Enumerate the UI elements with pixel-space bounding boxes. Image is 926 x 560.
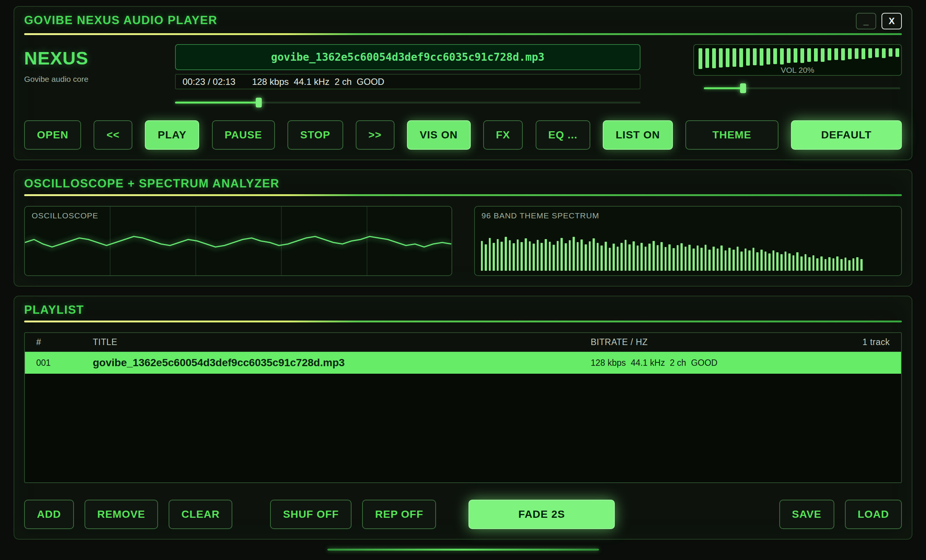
time-display: 00:23 / 02:13 (183, 77, 235, 87)
spec-bar (808, 257, 811, 271)
spec-bar (637, 245, 639, 271)
vu-bar (834, 48, 838, 60)
spec-bar (557, 241, 559, 271)
volume-thumb[interactable] (740, 83, 746, 93)
spec-bar (660, 242, 663, 271)
spec-bar (748, 250, 751, 271)
track-info-strip: 00:23 / 02:13 128 kbps 44.1 kHz 2 ch GOO… (175, 74, 640, 89)
spec-bar (685, 247, 687, 271)
spec-bar (733, 250, 735, 271)
prev-button[interactable]: << (94, 120, 132, 150)
oscilloscope-label: OSCILLOSCOPE (32, 211, 98, 220)
vu-bar (821, 48, 825, 62)
playlist-header: # TITLE BITRATE / HZ 1 track (25, 333, 901, 352)
spec-bar (765, 252, 767, 271)
spec-bar (785, 252, 787, 271)
oscilloscope-wave (25, 236, 451, 247)
spec-bar (653, 241, 655, 271)
spec-bar (720, 245, 723, 271)
load-button[interactable]: LOAD (845, 500, 902, 529)
spec-bar (493, 243, 495, 271)
spec-bar (517, 239, 519, 271)
spec-bar (856, 257, 858, 271)
spec-bar (832, 258, 835, 271)
add-button[interactable]: ADD (24, 500, 74, 529)
remove-button[interactable]: REMOVE (84, 500, 158, 529)
spec-bar (740, 252, 743, 271)
vu-bar (814, 48, 818, 61)
vu-bar (794, 48, 797, 63)
vu-bar (868, 48, 872, 58)
seek-slider[interactable] (175, 98, 640, 107)
visualizer-panel: OSCILLOSCOPE + SPECTRUM ANALYZER OSCILLO… (14, 169, 912, 287)
spec-bar (648, 244, 651, 271)
playlist-table: # TITLE BITRATE / HZ 1 track 001 govibe_… (24, 332, 902, 483)
pause-button[interactable]: PAUSE (212, 120, 275, 150)
list-toggle-button[interactable]: LIST ON (603, 120, 673, 150)
fx-button[interactable]: FX (483, 120, 523, 150)
col-bitrate: BITRATE / HZ (591, 337, 825, 347)
save-button[interactable]: SAVE (779, 500, 834, 529)
minimize-button[interactable]: _ (856, 13, 876, 29)
spec-bar (549, 242, 551, 271)
volume-slider[interactable] (704, 83, 900, 93)
spec-bar (620, 243, 623, 271)
spec-bar (772, 250, 775, 271)
spec-bar (533, 244, 535, 271)
vu-bar (855, 48, 858, 59)
spec-bar (525, 238, 527, 271)
visualizer-title: OSCILLOSCOPE + SPECTRUM ANALYZER (24, 177, 902, 190)
spec-bar (788, 253, 791, 271)
spec-bar (593, 238, 595, 271)
spec-bar (705, 245, 707, 271)
fade-button[interactable]: FADE 2S (468, 500, 615, 529)
open-button[interactable]: OPEN (24, 120, 81, 150)
track-column: govibe_1362e5c60054d3def9cc6035c91c728d.… (175, 44, 640, 107)
vu-bar (766, 48, 770, 64)
seek-thumb[interactable] (256, 98, 262, 107)
repeat-toggle-button[interactable]: REP OFF (362, 500, 436, 529)
spec-bar (513, 243, 515, 271)
vis-toggle-button[interactable]: VIS ON (407, 120, 471, 150)
spec-bar (812, 255, 815, 271)
oscilloscope-box: OSCILLOSCOPE (24, 206, 452, 276)
vu-bar (889, 48, 892, 57)
spec-bar (509, 240, 511, 271)
next-button[interactable]: >> (356, 120, 395, 150)
close-button[interactable]: X (881, 13, 902, 29)
visualizer-row: OSCILLOSCOPE 96 BAND THEME SPECTRUM (24, 206, 902, 276)
spec-bar (541, 243, 543, 271)
spectrum-label: 96 BAND THEME SPECTRUM (482, 211, 599, 220)
shuffle-toggle-button[interactable]: SHUF OFF (270, 500, 352, 529)
eq-button[interactable]: EQ ... (536, 120, 591, 150)
default-theme-button[interactable]: DEFAULT (791, 120, 902, 150)
spec-bar (688, 245, 691, 271)
brand-subtitle: Govibe audio core (24, 75, 175, 84)
spec-bar (728, 248, 731, 271)
brand-name: NEXUS (24, 48, 175, 69)
seek-fill (175, 102, 259, 104)
stop-button[interactable]: STOP (287, 120, 343, 150)
spec-bar (796, 252, 799, 271)
playlist-row[interactable]: 001 govibe_1362e5c60054d3def9cc6035c91c7… (25, 352, 901, 374)
clear-button[interactable]: CLEAR (169, 500, 232, 529)
col-number: # (36, 337, 93, 347)
visualizer-accent-line (24, 194, 902, 196)
spec-bar (700, 248, 703, 271)
vu-bar (895, 48, 899, 57)
spec-bar (708, 250, 711, 271)
vu-bar (705, 48, 709, 68)
spec-bar (617, 247, 619, 271)
row-title: govibe_1362e5c60054d3def9cc6035c91c728d.… (93, 357, 591, 369)
play-button[interactable]: PLAY (145, 120, 199, 150)
vu-bar (733, 48, 736, 67)
vu-bar (882, 48, 886, 58)
spec-bar (633, 241, 635, 271)
theme-button[interactable]: THEME (685, 120, 779, 150)
spec-bar (756, 252, 759, 271)
spec-bar (745, 249, 747, 271)
col-title: TITLE (93, 337, 591, 347)
vu-bar (875, 48, 879, 57)
vu-bar (760, 48, 763, 66)
spec-bar (776, 252, 779, 271)
